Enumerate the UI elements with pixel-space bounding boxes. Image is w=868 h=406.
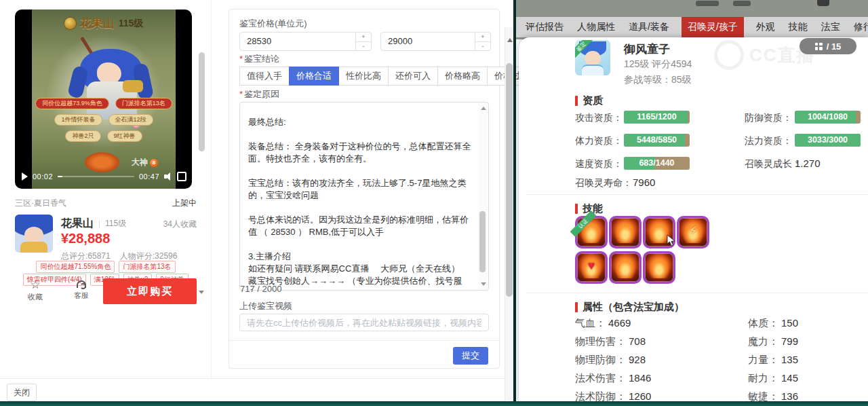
growth-value: 1.270	[795, 157, 821, 170]
tab-treasure[interactable]: 法宝	[820, 17, 842, 37]
collect-label: 收藏	[28, 292, 43, 302]
price-low-input[interactable]: 28530 + -	[239, 32, 372, 51]
card-level: 115级	[119, 18, 144, 30]
left-scrollbar-thumb[interactable]	[199, 52, 205, 151]
increment-button[interactable]: +	[356, 33, 371, 41]
conclusion-option-selected[interactable]: 价格合适	[289, 67, 339, 86]
decrement-button[interactable]: -	[475, 41, 490, 51]
pet-level-score: 125级 评分4594	[624, 58, 692, 71]
skill-lightning-icon[interactable]: ⚡	[677, 216, 709, 248]
conclusion-option[interactable]: 值得入手	[239, 67, 290, 86]
background-smudge	[733, 1, 751, 6]
tab-cultivation[interactable]: 修行	[852, 17, 868, 37]
card-title: 花果山	[80, 16, 115, 31]
scroll-up-arrow-icon[interactable]	[481, 107, 486, 110]
badge: 全石满12段	[108, 114, 153, 126]
reason-textarea[interactable]: 最终总结: 装备总结： 全身装备对于这种价位的号，总体配置还算全面。特技也齐全，…	[239, 102, 489, 291]
required-asterisk: *	[239, 89, 243, 99]
background-widget	[817, 0, 829, 6]
volume-icon[interactable]	[164, 172, 172, 181]
aptitude-row: 召唤灵寿命： 7960	[519, 176, 868, 189]
attribute-row: 物理防御：928 力量：135	[519, 354, 868, 367]
listing-name-row: 花果山 115级	[61, 217, 126, 231]
growth-label: 召唤灵成长：	[745, 157, 802, 170]
textarea-scrollbar-thumb[interactable]	[479, 211, 486, 272]
divider	[99, 220, 100, 228]
stepper: + -	[355, 33, 371, 50]
skill-heart-icon[interactable]: ♥	[575, 251, 608, 284]
video-link-input[interactable]	[239, 314, 489, 331]
page-scrollbar[interactable]	[505, 27, 514, 402]
upload-video-label: 上传鉴宝视频	[239, 300, 292, 312]
scroll-down-arrow-icon[interactable]	[481, 282, 486, 286]
skills-grid: 认证 ⚡ ♥	[575, 216, 860, 284]
attribute-row: 气血：4669 体质：150	[519, 317, 868, 331]
avatar-face	[24, 227, 43, 243]
listing-status: 上架中	[172, 198, 197, 209]
decrement-button[interactable]: -	[356, 41, 371, 51]
listing-price: ¥28,888	[61, 231, 110, 246]
duration: 00:47	[139, 172, 159, 181]
defense-aptitude-bar: 1004/1080	[795, 111, 861, 124]
attack-aptitude-bar: 1165/1200	[624, 111, 690, 124]
form-footer-divider	[229, 340, 499, 341]
video-controls: 00:02 00:47	[22, 169, 186, 184]
conclusion-label: *鉴宝结论	[239, 53, 279, 65]
conclusion-option[interactable]: 价格略高	[437, 67, 488, 86]
close-button[interactable]: 关闭	[7, 384, 37, 401]
page-scrollbar-thumb[interactable]	[506, 63, 513, 297]
textarea-scrollbar	[478, 103, 488, 289]
customer-service-button[interactable]: 客服	[68, 279, 95, 301]
grid-icon	[815, 43, 823, 50]
game-card-art: 花果山 115级 同价位超越73.9%角色 门派排名第13名 1件情怀装备 全石…	[32, 10, 176, 189]
page-counter-badge: / 15	[800, 38, 856, 54]
video-player[interactable]: 花果山 115级 同价位超越73.9%角色 门派排名第13名 1件情怀装备 全石…	[15, 10, 192, 189]
tag: 门派排名第13名	[119, 261, 175, 273]
conclusion-option[interactable]: 性价比高	[338, 67, 389, 86]
character-armor	[123, 80, 143, 92]
cc-logo-icon	[714, 40, 744, 70]
caret-down-icon[interactable]	[199, 291, 204, 294]
tab-appearance[interactable]: 外观	[755, 17, 776, 37]
mana-aptitude-bar: 3033/3000	[795, 134, 861, 147]
fullscreen-icon[interactable]	[177, 172, 186, 181]
skill-flame-icon[interactable]	[609, 216, 642, 248]
skill-rabbit-icon[interactable]	[643, 251, 675, 284]
skill-cup-icon[interactable]: 认证	[575, 216, 608, 248]
badge: 9红神兽	[107, 130, 142, 142]
stamina-aptitude-bar: 5448/5850	[624, 134, 690, 147]
collect-button[interactable]: ☆ 收藏	[22, 279, 49, 302]
footer-divider	[0, 378, 505, 379]
school-emblem-icon	[64, 18, 76, 29]
avatar-body	[582, 64, 604, 75]
card-title-row: 花果山 115级	[32, 16, 176, 31]
tab-character-attributes[interactable]: 人物属性	[576, 17, 616, 37]
buy-now-button[interactable]: 立即购买	[103, 278, 197, 304]
tab-summons-children[interactable]: 召唤灵/孩子	[682, 17, 744, 37]
increment-button[interactable]: +	[475, 33, 490, 41]
progress-bar[interactable]	[58, 176, 134, 177]
tab-evaluation-report[interactable]: 评估报告	[524, 17, 565, 37]
char-counter: 717 / 2000	[240, 284, 281, 294]
aptitude-row: 体力资质： 5448/5850 法力资质： 3033/3000	[519, 134, 868, 147]
skill-demon-icon[interactable]	[609, 251, 642, 284]
submit-button[interactable]: 提交	[453, 347, 488, 365]
mouse-cursor-icon	[667, 234, 676, 246]
server-row: 三区·夏日香气 上架中	[15, 198, 197, 209]
pet-name: 御风童子	[624, 41, 670, 57]
play-button[interactable]	[22, 172, 28, 181]
tab-items-equipment[interactable]: 道具/装备	[627, 17, 671, 37]
star-icon: ☆	[30, 279, 40, 291]
price-high-input[interactable]: 29000 + -	[380, 32, 491, 51]
reason-label: *鉴定原因	[239, 88, 279, 100]
tab-skills[interactable]: 技能	[787, 17, 809, 37]
skill-bird-icon[interactable]	[643, 216, 675, 248]
price-high-value: 29000	[388, 33, 412, 50]
window-bottom-edge	[0, 401, 868, 406]
report-tab-bar: 评估报告 人物属性 道具/装备 召唤灵/孩子 外观 技能 法宝 修行	[516, 17, 868, 37]
badge: 同价位超越73.9%角色	[35, 98, 109, 109]
tags-row-1: 同价位超越71.55%角色 门派排名第13名	[15, 261, 197, 273]
scroll-up-arrow-icon[interactable]	[507, 38, 513, 42]
appraisal-form-card: 鉴宝价格(单位元) 28530 + - 29000 + - *鉴宝结论 值得入手…	[229, 9, 500, 369]
conclusion-option[interactable]: 还价可入	[388, 67, 438, 86]
